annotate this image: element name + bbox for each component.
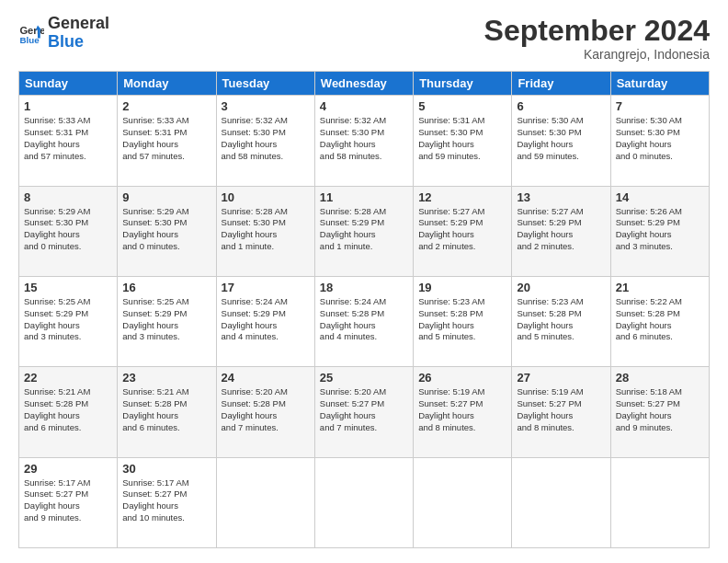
day-number: 10 (222, 190, 310, 204)
calendar-cell: 11 Sunrise: 5:28 AMSunset: 5:29 PMDaylig… (314, 186, 413, 276)
day-number: 13 (517, 190, 605, 204)
calendar-cell: 27 Sunrise: 5:19 AMSunset: 5:27 PMDaylig… (512, 367, 610, 457)
calendar-cell: 16 Sunrise: 5:25 AMSunset: 5:29 PMDaylig… (118, 276, 216, 366)
calendar-cell: 28 Sunrise: 5:18 AMSunset: 5:27 PMDaylig… (610, 367, 709, 457)
day-number: 12 (418, 190, 506, 204)
day-info: Sunrise: 5:20 AMSunset: 5:28 PMDaylight … (222, 386, 310, 433)
calendar-cell: 17 Sunrise: 5:24 AMSunset: 5:29 PMDaylig… (216, 276, 314, 366)
calendar-cell: 26 Sunrise: 5:19 AMSunset: 5:27 PMDaylig… (414, 367, 512, 457)
day-info: Sunrise: 5:23 AMSunset: 5:28 PMDaylight … (418, 296, 506, 343)
title-block: September 2024 Karangrejo, Indonesia (484, 15, 710, 62)
calendar-header-monday: Monday (118, 72, 216, 96)
day-number: 28 (616, 371, 704, 385)
day-info: Sunrise: 5:32 AMSunset: 5:30 PMDaylight … (222, 115, 310, 162)
header: General Blue General Blue September 2024… (18, 15, 710, 62)
location: Karangrejo, Indonesia (484, 47, 710, 62)
calendar-cell: 14 Sunrise: 5:26 AMSunset: 5:29 PMDaylig… (610, 186, 709, 276)
day-number: 16 (122, 281, 210, 294)
day-number: 17 (222, 281, 310, 294)
calendar-week-2: 8 Sunrise: 5:29 AMSunset: 5:30 PMDayligh… (19, 186, 710, 276)
day-info: Sunrise: 5:18 AMSunset: 5:27 PMDaylight … (616, 386, 704, 433)
svg-text:Blue: Blue (19, 35, 40, 45)
calendar-cell: 24 Sunrise: 5:20 AMSunset: 5:28 PMDaylig… (216, 367, 314, 457)
day-info: Sunrise: 5:32 AMSunset: 5:30 PMDaylight … (320, 115, 408, 162)
calendar-header-tuesday: Tuesday (216, 72, 314, 96)
day-info: Sunrise: 5:30 AMSunset: 5:30 PMDaylight … (616, 115, 704, 162)
calendar-cell: 5 Sunrise: 5:31 AMSunset: 5:30 PMDayligh… (414, 96, 512, 186)
day-info: Sunrise: 5:23 AMSunset: 5:28 PMDaylight … (517, 296, 605, 343)
calendar-header-row: SundayMondayTuesdayWednesdayThursdayFrid… (19, 72, 710, 96)
calendar-cell: 18 Sunrise: 5:24 AMSunset: 5:28 PMDaylig… (314, 276, 413, 366)
day-info: Sunrise: 5:21 AMSunset: 5:28 PMDaylight … (122, 386, 210, 433)
day-info: Sunrise: 5:28 AMSunset: 5:29 PMDaylight … (320, 206, 408, 253)
calendar-cell: 9 Sunrise: 5:29 AMSunset: 5:30 PMDayligh… (118, 186, 216, 276)
calendar-cell: 15 Sunrise: 5:25 AMSunset: 5:29 PMDaylig… (19, 276, 118, 366)
day-number: 8 (24, 190, 112, 204)
day-info: Sunrise: 5:33 AMSunset: 5:31 PMDaylight … (24, 115, 112, 162)
logo-icon: General Blue (18, 20, 44, 46)
logo-text: General Blue (48, 15, 109, 52)
calendar-cell: 2 Sunrise: 5:33 AMSunset: 5:31 PMDayligh… (118, 96, 216, 186)
calendar-cell (512, 457, 610, 547)
calendar-cell: 4 Sunrise: 5:32 AMSunset: 5:30 PMDayligh… (314, 96, 413, 186)
day-number: 25 (320, 371, 408, 385)
calendar-header-sunday: Sunday (19, 72, 118, 96)
day-info: Sunrise: 5:29 AMSunset: 5:30 PMDaylight … (122, 206, 210, 253)
calendar-cell: 1 Sunrise: 5:33 AMSunset: 5:31 PMDayligh… (19, 96, 118, 186)
calendar-cell: 10 Sunrise: 5:28 AMSunset: 5:30 PMDaylig… (216, 186, 314, 276)
day-number: 3 (222, 99, 310, 113)
calendar-cell: 6 Sunrise: 5:30 AMSunset: 5:30 PMDayligh… (512, 96, 610, 186)
day-number: 20 (517, 281, 605, 294)
calendar-header-friday: Friday (512, 72, 610, 96)
calendar-cell: 7 Sunrise: 5:30 AMSunset: 5:30 PMDayligh… (610, 96, 709, 186)
day-info: Sunrise: 5:25 AMSunset: 5:29 PMDaylight … (24, 296, 112, 343)
day-info: Sunrise: 5:19 AMSunset: 5:27 PMDaylight … (517, 386, 605, 433)
calendar-week-1: 1 Sunrise: 5:33 AMSunset: 5:31 PMDayligh… (19, 96, 710, 186)
day-number: 5 (418, 99, 506, 113)
calendar-cell: 13 Sunrise: 5:27 AMSunset: 5:29 PMDaylig… (512, 186, 610, 276)
calendar-cell: 12 Sunrise: 5:27 AMSunset: 5:29 PMDaylig… (414, 186, 512, 276)
day-info: Sunrise: 5:24 AMSunset: 5:28 PMDaylight … (320, 296, 408, 343)
day-number: 19 (418, 281, 506, 294)
calendar: SundayMondayTuesdayWednesdayThursdayFrid… (18, 71, 710, 548)
calendar-cell: 23 Sunrise: 5:21 AMSunset: 5:28 PMDaylig… (118, 367, 216, 457)
month-title: September 2024 (484, 15, 710, 47)
day-number: 29 (24, 462, 112, 476)
day-number: 15 (24, 281, 112, 294)
day-info: Sunrise: 5:17 AMSunset: 5:27 PMDaylight … (24, 477, 112, 524)
day-number: 24 (222, 371, 310, 385)
calendar-cell: 3 Sunrise: 5:32 AMSunset: 5:30 PMDayligh… (216, 96, 314, 186)
calendar-week-3: 15 Sunrise: 5:25 AMSunset: 5:29 PMDaylig… (19, 276, 710, 366)
calendar-cell (216, 457, 314, 547)
calendar-cell: 25 Sunrise: 5:20 AMSunset: 5:27 PMDaylig… (314, 367, 413, 457)
day-info: Sunrise: 5:25 AMSunset: 5:29 PMDaylight … (122, 296, 210, 343)
calendar-cell: 22 Sunrise: 5:21 AMSunset: 5:28 PMDaylig… (19, 367, 118, 457)
day-number: 1 (24, 99, 112, 113)
day-number: 4 (320, 99, 408, 113)
calendar-cell: 19 Sunrise: 5:23 AMSunset: 5:28 PMDaylig… (414, 276, 512, 366)
day-number: 9 (122, 190, 210, 204)
day-number: 22 (24, 371, 112, 385)
calendar-cell (314, 457, 413, 547)
day-info: Sunrise: 5:28 AMSunset: 5:30 PMDaylight … (222, 206, 310, 253)
day-info: Sunrise: 5:17 AMSunset: 5:27 PMDaylight … (122, 477, 210, 524)
calendar-week-5: 29 Sunrise: 5:17 AMSunset: 5:27 PMDaylig… (19, 457, 710, 547)
calendar-cell: 8 Sunrise: 5:29 AMSunset: 5:30 PMDayligh… (19, 186, 118, 276)
day-number: 26 (418, 371, 506, 385)
calendar-cell (414, 457, 512, 547)
calendar-header-thursday: Thursday (414, 72, 512, 96)
day-number: 6 (517, 99, 605, 113)
day-number: 27 (517, 371, 605, 385)
day-info: Sunrise: 5:20 AMSunset: 5:27 PMDaylight … (320, 386, 408, 433)
day-number: 11 (320, 190, 408, 204)
calendar-header-saturday: Saturday (610, 72, 709, 96)
calendar-cell: 20 Sunrise: 5:23 AMSunset: 5:28 PMDaylig… (512, 276, 610, 366)
day-info: Sunrise: 5:33 AMSunset: 5:31 PMDaylight … (122, 115, 210, 162)
day-info: Sunrise: 5:24 AMSunset: 5:29 PMDaylight … (222, 296, 310, 343)
day-info: Sunrise: 5:30 AMSunset: 5:30 PMDaylight … (517, 115, 605, 162)
calendar-header-wednesday: Wednesday (314, 72, 413, 96)
calendar-cell (610, 457, 709, 547)
day-info: Sunrise: 5:19 AMSunset: 5:27 PMDaylight … (418, 386, 506, 433)
day-info: Sunrise: 5:22 AMSunset: 5:28 PMDaylight … (616, 296, 704, 343)
day-info: Sunrise: 5:27 AMSunset: 5:29 PMDaylight … (517, 206, 605, 253)
